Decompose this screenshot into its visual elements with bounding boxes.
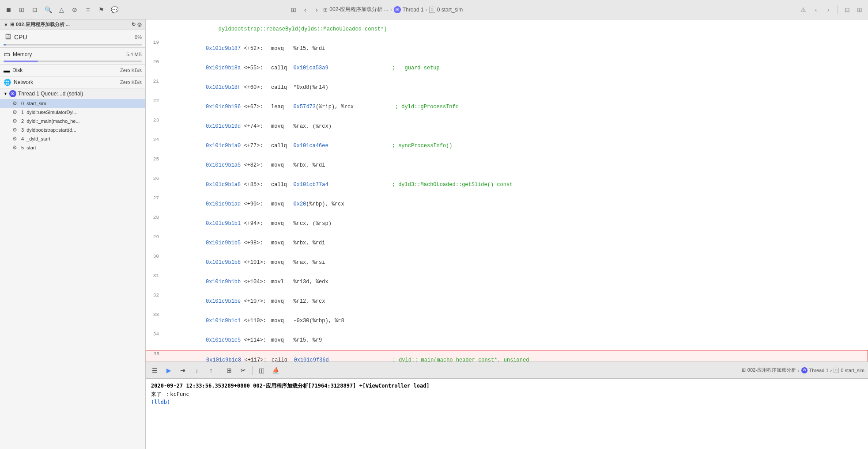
memory-progress-bar xyxy=(4,61,142,62)
code-line-33: 33 0x101c9b1c1 <+110>: movq -0x30(%rbp),… xyxy=(146,311,868,331)
main-toolbar: ⏹ ⊞ ⊟ 🔍 △ ⊘ ≡ ⚑ 💬 ⊞ ‹ › ⊞ 002-应用程序加载分析 .… xyxy=(0,0,868,19)
stack-frame-4[interactable]: ⚙ 4 _dyld_start xyxy=(0,134,145,143)
next-icon[interactable]: › xyxy=(312,5,321,15)
cpu-label: CPU xyxy=(14,34,132,41)
cpu-value: 0% xyxy=(135,34,142,40)
thread-icon-bottom: ⦿ xyxy=(801,367,808,373)
activity-icon[interactable]: ◎ xyxy=(137,22,142,27)
code-line-26: 26 0x101c9b1a8 <+85>: callq 0x101cb77a4 … xyxy=(146,175,868,194)
triangle-icon: ▼ xyxy=(4,22,8,27)
gear-icon-5: ⚙ xyxy=(12,145,19,151)
close-icon[interactable]: ⏹ xyxy=(4,5,13,15)
code-line-21: 21 0x101c9b18f <+60>: callq *0xd8(%r14) xyxy=(146,78,868,97)
frame-4-label: _dyld_start xyxy=(26,136,50,141)
sidebar-project-label: 002-应用程序加载分析 ... xyxy=(16,21,70,28)
breadcrumb-project: 002-应用程序加载分析 ... xyxy=(329,6,388,13)
frame-1-label: dyld::useSimulatorDyl... xyxy=(26,110,78,115)
debug-sep-1 xyxy=(220,366,220,375)
breadcrumb-thread: Thread 1 xyxy=(403,7,424,13)
code-line-30: 30 0x101c9b1b8 <+101>: movq %rax, %rsi xyxy=(146,253,868,272)
network-value: Zero KB/s xyxy=(120,80,142,85)
stack-frame-3[interactable]: ⚙ 3 dyldbootstrap::start(d... xyxy=(0,126,145,134)
console-line-2: 来了 ：kcFunc xyxy=(151,391,863,398)
stack-frame-0[interactable]: ⚙ 0 start_sim xyxy=(0,99,145,108)
grid-small-icon[interactable]: ⊞ xyxy=(289,5,298,15)
code-line-24: 24 0x101c9b1a0 <+77>: callq 0x101ca46ee … xyxy=(146,136,868,156)
layout-icon[interactable]: ⊟ xyxy=(842,5,852,15)
step-out-btn[interactable]: ↑ xyxy=(206,365,216,376)
thread-icon: ⦿ xyxy=(394,6,401,13)
debug-sep-2 xyxy=(252,366,253,375)
code-line-27: 27 0x101c9b1ad <+90>: movq 0x20(%rbp), %… xyxy=(146,194,868,214)
alert-icon[interactable]: △ xyxy=(57,5,66,15)
toolbar-right: ⚠ ‹ › ⊟ ⊞ xyxy=(799,5,864,15)
cpu-progress-fill xyxy=(4,44,6,46)
gear-icon-0: ⚙ xyxy=(12,100,19,107)
warn-icon: ⚠ xyxy=(799,5,808,15)
search-icon[interactable]: 🔍 xyxy=(43,5,53,15)
sim-btn[interactable]: ⛵ xyxy=(270,365,281,376)
file-icon: □ xyxy=(429,7,435,13)
stop-icon[interactable]: ⊘ xyxy=(70,5,79,15)
disk-item[interactable]: ▬ Disk Zero KB/s xyxy=(0,65,145,76)
grid-icon-sm: ⊞ xyxy=(10,22,14,27)
stack-frame-2[interactable]: ⚙ 2 dyld::_main(macho_he... xyxy=(0,117,145,126)
console[interactable]: 2020-09-27 12:33:56.353289+0800 002-应用程序… xyxy=(146,378,868,449)
frame-btn[interactable]: ⊞ xyxy=(224,365,234,376)
code-line-23: 23 0x101c9b19d <+74>: movq %rax, (%rcx) xyxy=(146,117,868,136)
grid-icon-bottom: ⊞ xyxy=(742,367,746,373)
code-line-19: 19 0x101c9b187 <+52>: movq %r15, %rdi xyxy=(146,39,868,58)
share-btn[interactable]: ✂ xyxy=(238,365,249,376)
window-icon[interactable]: ⊞ xyxy=(17,5,26,15)
prev-icon[interactable]: ‹ xyxy=(300,5,310,15)
nav-prev[interactable]: ‹ xyxy=(811,5,821,15)
stack-frame-5[interactable]: ⚙ 5 start xyxy=(0,143,145,152)
code-line-28: 28 0x101c9b1b1 <+94>: movq %rcx, (%rsp) xyxy=(146,214,868,233)
frame-3-num: 3 xyxy=(21,127,24,133)
list-icon[interactable]: ≡ xyxy=(83,5,93,15)
camera-btn[interactable]: ◫ xyxy=(256,365,267,376)
memory-label: Memory xyxy=(13,51,124,57)
panel-icon[interactable]: ⊞ xyxy=(855,5,864,15)
frame-3-label: dyldbootstrap::start(d... xyxy=(26,127,76,133)
project-header: ▼ ⊞ 002-应用程序加载分析 ... ↻ ◎ xyxy=(0,19,145,30)
breadcrumb-func: 0 start_sim xyxy=(437,7,463,13)
list-view-btn[interactable]: ☰ xyxy=(149,365,160,376)
thread-header[interactable]: ▼ ⦿ Thread 1 Queue:...d (serial) xyxy=(0,88,145,99)
grid-icon[interactable]: ⊟ xyxy=(30,5,40,15)
frame-5-label: start xyxy=(26,145,36,150)
speech-icon[interactable]: 💬 xyxy=(109,5,119,15)
frame-2-label: dyld::_main(macho_he... xyxy=(26,118,79,124)
thread-expand-arrow: ▼ xyxy=(4,91,8,96)
project-icon: ⊞ xyxy=(323,7,328,13)
nav-next[interactable]: › xyxy=(823,5,833,15)
code-line-22: 22 0x101c9b196 <+67>: leaq 0x57473(%rip)… xyxy=(146,97,868,117)
code-header-line: dyldbootstrap::rebaseByld(dylds::MachoUl… xyxy=(146,19,868,39)
cpu-item[interactable]: 🖥 CPU 0% xyxy=(0,30,145,44)
frame-2-num: 2 xyxy=(21,118,24,124)
frame-0-num: 0 xyxy=(21,101,24,106)
bc-project: 002-应用程序加载分析 xyxy=(747,367,796,373)
gear-icon-3: ⚙ xyxy=(12,127,19,133)
code-line-35: 35 0x101c9b1c8 <+117>: callq 0x101c9f36d… xyxy=(146,350,868,361)
memory-item[interactable]: ▭ Memory 5.4 MB xyxy=(0,48,145,61)
disk-label: Disk xyxy=(12,67,117,73)
gear-icon-2: ⚙ xyxy=(12,118,19,124)
flag-icon[interactable]: ⚑ xyxy=(96,5,106,15)
frame-5-num: 5 xyxy=(21,145,24,150)
continue-btn[interactable]: ▶ xyxy=(163,365,174,376)
network-item[interactable]: 🌐 Network Zero KB/s xyxy=(0,76,145,88)
step-over-btn[interactable]: ⇥ xyxy=(177,365,188,376)
bc-thread: Thread 1 xyxy=(809,368,829,373)
stack-frame-1[interactable]: ⚙ 1 dyld::useSimulatorDyl... xyxy=(0,108,145,117)
code-line-32: 32 0x101c9b1be <+107>: movq %r12, %rcx xyxy=(146,292,868,311)
cpu-progress-bar xyxy=(4,44,142,46)
code-scroll[interactable]: dyldbootstrap::rebaseByld(dylds::MachoUl… xyxy=(146,19,868,361)
bottom-toolbar: ☰ ▶ ⇥ ↓ ↑ ⊞ ✂ ◫ ⛵ ⊞ 002-应用程序加载分析 › ⦿ Thr… xyxy=(146,361,868,378)
console-line-3: (lldb) xyxy=(151,399,863,405)
step-into-btn[interactable]: ↓ xyxy=(192,365,202,376)
console-line-1: 2020-09-27 12:33:56.353289+0800 002-应用程序… xyxy=(151,382,863,390)
sync-icon[interactable]: ↻ xyxy=(132,22,136,27)
breadcrumb-bottom: ⊞ 002-应用程序加载分析 › ⦿ Thread 1 › □ 0 start_… xyxy=(742,367,864,373)
gear-icon-1: ⚙ xyxy=(12,109,19,115)
